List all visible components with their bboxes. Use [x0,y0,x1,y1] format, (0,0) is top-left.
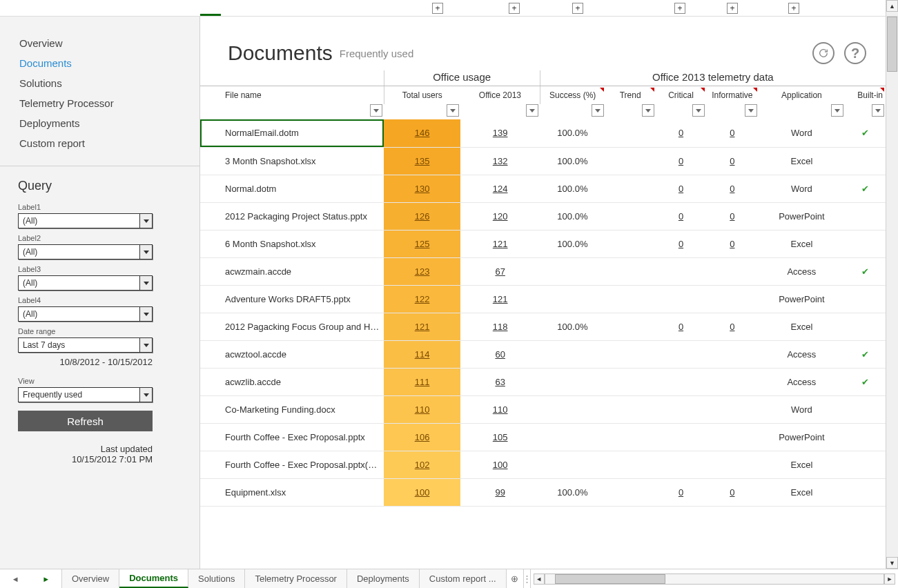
total-users-link[interactable]: 146 [415,128,430,138]
tab-split-handle[interactable]: ⋮ [523,569,530,588]
total-users-link[interactable]: 121 [415,322,430,332]
office-2013-link[interactable]: 60 [495,349,505,360]
chevron-down-icon[interactable] [139,276,152,290]
query-field-combo[interactable]: (All) [18,213,153,228]
informative-link[interactable]: 0 [730,487,734,498]
table-row[interactable]: 2012 Packaging Project Status.pptx126120… [200,202,886,230]
sheet-tab-overview[interactable]: Overview [62,569,119,588]
total-users-link[interactable]: 123 [415,266,430,277]
office-2013-link[interactable]: 121 [493,239,508,249]
total-users-link[interactable]: 106 [415,432,430,442]
scroll-right-arrow[interactable]: ► [884,574,895,585]
informative-link[interactable]: 0 [730,322,734,332]
filter-button[interactable] [592,104,604,117]
table-row[interactable]: acwzmain.accde12367Access✔ [200,257,886,285]
critical-link[interactable]: 0 [679,322,683,332]
column-group-expand-button[interactable]: + [509,3,520,14]
cell-file-name[interactable]: Co-Marketing Funding.docx [200,395,384,423]
cell-file-name[interactable]: acwzmain.accde [200,257,384,285]
total-users-link[interactable]: 130 [415,184,430,194]
cell-file-name[interactable]: acwzlib.accde [200,368,384,395]
column-group-expand-button[interactable]: + [432,3,443,14]
total-users-link[interactable]: 122 [415,294,430,304]
scroll-down-arrow[interactable]: ▼ [886,557,898,569]
nav-item-documents[interactable]: Documents [0,53,199,73]
column-group-expand-button[interactable]: + [572,3,583,14]
table-row[interactable]: 3 Month Snapshot.xlsx135132100.0%00Excel [200,147,886,175]
total-users-link[interactable]: 100 [415,487,430,498]
sheet-tab-custom-report[interactable]: Custom report ... [420,569,507,588]
informative-link[interactable]: 0 [730,184,734,194]
refresh-icon-button[interactable] [812,42,834,64]
critical-link[interactable]: 0 [679,156,683,166]
cell-file-name[interactable]: Fourth Coffee - Exec Proposal.pptx [200,423,384,451]
critical-link[interactable]: 0 [679,487,683,498]
column-group-expand-button[interactable]: + [674,3,685,14]
cell-file-name[interactable]: Fourth Coffee - Exec Proposal.pptx(old). [200,451,384,478]
scrollbar-track[interactable] [886,17,898,557]
chevron-down-icon[interactable] [139,388,152,402]
nav-item-telemetry-processor[interactable]: Telemetry Processor [0,93,199,113]
query-field-combo[interactable]: (All) [18,275,153,291]
column-group-expand-button[interactable]: + [788,3,799,14]
filter-button[interactable] [642,104,654,117]
total-users-link[interactable]: 135 [415,156,430,166]
office-2013-link[interactable]: 67 [495,266,505,277]
office-2013-link[interactable]: 100 [493,460,508,470]
col-total-users[interactable]: Total users [384,86,460,105]
office-2013-link[interactable]: 124 [493,184,508,194]
col-informative[interactable]: Informative [706,86,758,105]
office-2013-link[interactable]: 120 [493,211,508,222]
office-2013-link[interactable]: 139 [493,128,508,138]
sheet-tab-telemetry-processor[interactable]: Telemetry Processor [245,569,346,588]
sheet-tab-solutions[interactable]: Solutions [188,569,245,588]
col-success[interactable]: Success (%) [540,86,605,105]
table-row[interactable]: 2012 Pagacking Focus Group and Historic1… [200,313,886,340]
informative-link[interactable]: 0 [730,128,734,138]
date-range-combo[interactable]: Last 7 days [18,337,153,353]
hscroll-track[interactable] [545,574,884,585]
informative-link[interactable]: 0 [730,211,734,222]
query-field-combo[interactable]: (All) [18,244,153,259]
critical-link[interactable]: 0 [679,239,683,249]
col-file-name[interactable]: File name [200,86,384,105]
office-2013-link[interactable]: 105 [493,432,508,442]
cell-file-name[interactable]: Adventure Works DRAFT5.pptx [200,285,384,313]
help-icon-button[interactable]: ? [844,42,866,64]
scroll-left-arrow[interactable]: ◄ [534,574,545,585]
cell-file-name[interactable]: 3 Month Snapshot.xlsx [200,147,384,175]
cell-file-name[interactable]: Equipment.xlsx [200,478,384,506]
col-office-2013[interactable]: Office 2013 [460,86,540,105]
view-combo[interactable]: Frequently used [18,387,153,402]
scrollbar-thumb[interactable] [887,17,897,72]
table-row[interactable]: acwzlib.accde11163Access✔ [200,368,886,395]
cell-file-name[interactable]: Normal.dotm [200,175,384,202]
table-row[interactable]: Equipment.xlsx10099100.0%00Excel [200,478,886,506]
total-users-link[interactable]: 110 [415,404,430,415]
table-row[interactable]: NormalEmail.dotm146139100.0%00Word✔ [200,119,886,147]
total-users-link[interactable]: 114 [415,349,430,360]
office-2013-link[interactable]: 99 [495,487,505,498]
cell-file-name[interactable]: 6 Month Snapshot.xlsx [200,230,384,257]
table-row[interactable]: Normal.dotm130124100.0%00Word✔ [200,175,886,202]
filter-button[interactable] [447,104,459,117]
cell-file-name[interactable]: NormalEmail.dotm [200,119,384,147]
nav-item-custom-report[interactable]: Custom report [0,133,199,153]
sheet-tab-deployments[interactable]: Deployments [347,569,420,588]
chevron-down-icon[interactable] [139,214,152,228]
col-trend[interactable]: Trend [605,86,656,105]
cell-file-name[interactable]: 2012 Packaging Project Status.pptx [200,202,384,230]
col-application[interactable]: Application [759,86,846,105]
chevron-down-icon[interactable] [139,245,152,259]
office-2013-link[interactable]: 63 [495,377,505,387]
filter-button[interactable] [831,104,843,117]
col-critical[interactable]: Critical [656,86,706,105]
chevron-down-icon[interactable] [139,338,152,352]
office-2013-link[interactable]: 118 [493,322,508,332]
nav-item-overview[interactable]: Overview [0,33,199,53]
total-users-link[interactable]: 126 [415,211,430,222]
horizontal-scrollbar[interactable]: ◄ ► [530,569,898,588]
sheet-tab-documents[interactable]: Documents [119,569,188,588]
add-sheet-button[interactable]: ⊕ [507,569,523,588]
nav-item-solutions[interactable]: Solutions [0,73,199,93]
